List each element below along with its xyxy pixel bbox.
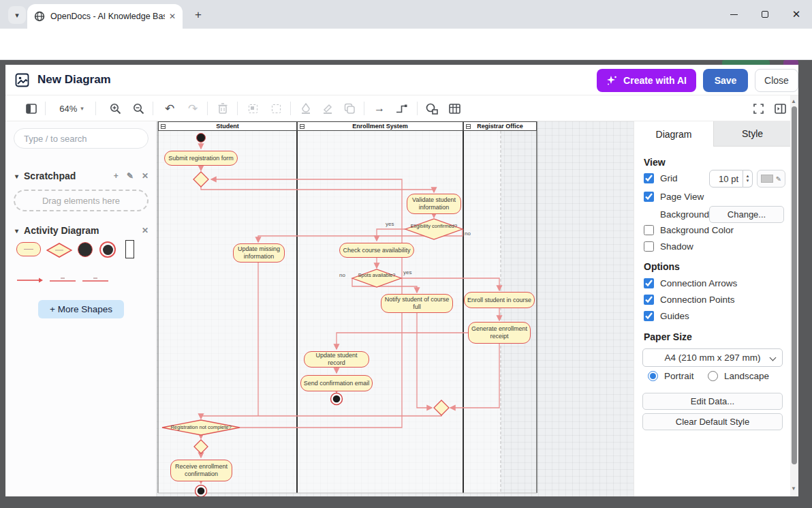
scroll-up-icon[interactable]: ▲ — [791, 98, 796, 104]
scrollbar-thumb[interactable] — [792, 106, 797, 464]
undo-icon[interactable]: ↶ — [161, 100, 178, 117]
grid-size-input[interactable]: 10 pt — [709, 170, 743, 188]
swimlane-header-registrar-office[interactable]: Registrar Office — [463, 121, 537, 131]
diagram-canvas[interactable]: Student Enrollment System Registrar Offi… — [157, 121, 634, 496]
zoom-level-dropdown[interactable]: 64%▾ — [52, 100, 91, 117]
decision-eligibility-confirmed[interactable]: Eligibility confirmed? — [407, 224, 461, 229]
node-check-course-availability[interactable]: Check course availability — [339, 243, 414, 258]
connection-points-checkbox[interactable] — [644, 295, 654, 305]
edit-data-button[interactable]: Edit Data... — [642, 393, 783, 410]
toggle-sidebar-icon[interactable] — [23, 100, 40, 117]
node-submit-registration-form[interactable]: Submit registration form — [164, 151, 238, 166]
palette-shape-initial-node[interactable] — [78, 242, 93, 257]
node-receive-enrollment-confirmation[interactable]: Receive enrollment confirmation — [170, 460, 232, 481]
swimlane-header-enrollment-system[interactable]: Enrollment System — [297, 121, 463, 131]
lasso-select-icon[interactable] — [267, 100, 285, 117]
scratchpad-dropzone[interactable]: Drag elements here — [14, 190, 149, 211]
guides-checkbox[interactable] — [644, 311, 654, 321]
lane-collapse-icon[interactable] — [161, 124, 166, 129]
palette-shape-action[interactable] — [16, 242, 41, 256]
collapse-panel-icon[interactable] — [771, 100, 789, 117]
node-send-confirmation-email[interactable]: Send confirmation email — [300, 375, 373, 391]
scratchpad-add-icon[interactable]: + — [114, 171, 119, 181]
palette-close-icon[interactable]: ✕ — [142, 226, 149, 235]
palette-shape-decision[interactable] — [46, 243, 72, 260]
window-close-button[interactable]: ✕ — [781, 0, 812, 29]
stepper-up-icon[interactable]: ▲ — [746, 174, 750, 179]
tab-title: OpenDocs - AI Knowledge Base — [50, 12, 165, 21]
palette-shape-final-node[interactable] — [99, 241, 116, 258]
background-change-button[interactable]: Change... — [709, 206, 784, 223]
create-with-ai-button[interactable]: Create with AI — [597, 69, 696, 92]
zoom-in-icon[interactable] — [106, 100, 124, 117]
decision-registration-not-complete[interactable]: Registration not complete? — [162, 425, 240, 430]
zoom-out-icon[interactable] — [129, 100, 147, 117]
lane-collapse-icon[interactable] — [466, 124, 471, 129]
browser-tab[interactable]: OpenDocs - AI Knowledge Base ✕ — [27, 4, 183, 29]
fullscreen-icon[interactable] — [749, 100, 767, 117]
select-area-icon[interactable] — [244, 100, 262, 117]
tab-style[interactable]: Style — [713, 121, 791, 147]
page-view-checkbox[interactable] — [644, 192, 654, 202]
scratchpad-edit-icon[interactable]: ✎ — [127, 171, 134, 181]
minimize-icon — [730, 14, 738, 15]
shadow-label: Shadow — [660, 241, 693, 252]
decision-spots-available[interactable]: Spots available? — [351, 273, 403, 278]
scroll-down-icon[interactable]: ▼ — [791, 485, 796, 492]
vertical-scrollbar[interactable]: ▲ ▼ — [790, 95, 798, 496]
save-button[interactable]: Save — [703, 69, 748, 92]
fill-color-icon[interactable] — [297, 100, 315, 117]
palette-shape-partition[interactable] — [125, 240, 134, 258]
backdrop-fragment-green — [722, 60, 770, 65]
tab-search-button[interactable]: ▾ — [8, 6, 26, 24]
node-validate-student-information[interactable]: Validate student information — [407, 194, 461, 214]
clear-default-style-button[interactable]: Clear Default Style — [642, 413, 783, 430]
node-enroll-student-in-course[interactable]: Enroll student in course — [464, 292, 535, 308]
palette-connector-control-flow[interactable] — [16, 274, 44, 286]
line-color-icon[interactable] — [319, 100, 337, 117]
screen: ▾ OpenDocs - AI Knowledge Base ✕ + ✕ ← →… — [0, 0, 812, 508]
node-generate-enrollment-receipt[interactable]: Generate enrollment receipt — [468, 322, 531, 344]
tab-close-icon[interactable]: ✕ — [169, 12, 176, 21]
landscape-radio[interactable] — [708, 371, 718, 381]
palette-connector-dependency[interactable] — [82, 274, 109, 286]
paper-size-heading: Paper Size — [644, 331, 692, 342]
shadow-checkbox[interactable] — [644, 241, 654, 252]
palette-section-header[interactable]: ▾ Activity Diagram ✕ — [15, 225, 149, 236]
close-button[interactable]: Close — [755, 69, 798, 92]
tab-diagram[interactable]: Diagram — [634, 121, 713, 147]
grid-row: Grid — [644, 173, 678, 183]
connection-arrows-checkbox[interactable] — [644, 278, 654, 288]
copy-style-icon[interactable] — [341, 100, 358, 117]
straight-connector-icon[interactable]: → — [371, 100, 388, 117]
swimlane-header-student[interactable]: Student — [158, 121, 297, 131]
scratchpad-close-icon[interactable]: ✕ — [142, 171, 149, 181]
more-shapes-button[interactable]: + More Shapes — [38, 300, 124, 318]
node-update-student-record[interactable]: Update student record — [304, 351, 369, 368]
search-input[interactable] — [14, 128, 149, 149]
grid-size-stepper[interactable]: ▲▼ — [743, 170, 753, 188]
lane-collapse-icon[interactable] — [300, 124, 304, 129]
new-tab-button[interactable]: + — [191, 8, 206, 23]
collapse-triangle-icon[interactable]: ▾ — [15, 173, 18, 180]
collapse-triangle-icon[interactable]: ▾ — [15, 227, 18, 235]
window-minimize-button[interactable] — [718, 0, 749, 29]
background-color-checkbox[interactable] — [644, 225, 654, 235]
connection-arrows-label: Connection Arrows — [660, 278, 737, 288]
shape-link-icon[interactable] — [422, 100, 441, 117]
node-notify-student-course-full[interactable]: Notify student of course full — [381, 294, 453, 313]
node-update-missing-information[interactable]: Update missing information — [233, 243, 285, 263]
grid-checkbox[interactable] — [644, 173, 654, 183]
stepper-down-icon[interactable]: ▼ — [746, 179, 750, 183]
paper-size-select[interactable]: A4 (210 mm x 297 mm) — [642, 348, 783, 367]
redo-icon[interactable]: ↷ — [184, 100, 202, 117]
scratchpad-section-header[interactable]: ▾ Scratchpad + ✎ ✕ — [15, 170, 149, 181]
table-icon[interactable] — [446, 100, 463, 117]
create-with-ai-label: Create with AI — [623, 75, 687, 86]
portrait-radio[interactable] — [648, 371, 658, 381]
palette-connector-labeled-flow[interactable] — [49, 274, 76, 286]
elbow-connector-icon[interactable] — [392, 100, 410, 117]
grid-color-button[interactable]: ✎ — [757, 170, 785, 188]
delete-icon[interactable] — [214, 100, 232, 117]
window-maximize-button[interactable] — [749, 0, 781, 29]
